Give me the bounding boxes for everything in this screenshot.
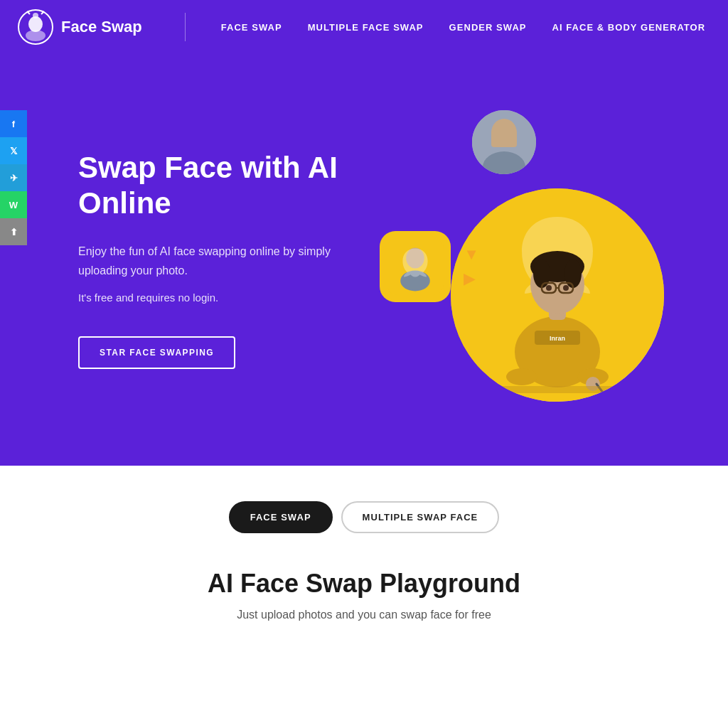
section-title: AI Face Swap Playground — [14, 569, 714, 599]
hero-left: Swap Face with AI Online Enjoy the fun o… — [43, 150, 382, 369]
navbar: Face Swap FACE SWAP MULTIPLE FACE SWAP G… — [0, 0, 728, 53]
nav-links: FACE SWAP MULTIPLE FACE SWAP GENDER SWAP… — [221, 21, 705, 33]
arrow-down-icon: ▼ — [464, 245, 479, 264]
hero-description: Enjoy the fun of AI face swapping online… — [78, 242, 348, 280]
bottom-section: FACE SWAP MULTIPLE SWAP FACE AI Face Swa… — [0, 466, 728, 664]
hero-section: f 𝕏 ✈ W ⬆ Swap Face with AI Online Enjoy… — [0, 53, 728, 466]
logo-icon — [17, 9, 54, 46]
logo[interactable]: Face Swap — [17, 9, 142, 46]
svg-point-23 — [546, 285, 552, 291]
social-sidebar: f 𝕏 ✈ W ⬆ — [0, 110, 27, 245]
svg-point-25 — [506, 368, 537, 385]
generic-share[interactable]: ⬆ — [0, 218, 27, 245]
nav-divider — [185, 13, 186, 41]
tab-face-swap[interactable]: FACE SWAP — [229, 501, 333, 533]
svg-point-24 — [563, 285, 569, 291]
nav-gender-swap[interactable]: GENDER SWAP — [449, 22, 527, 33]
hero-arrows: ▼ ▶ — [464, 245, 479, 288]
start-face-swapping-button[interactable]: STAR FACE SWAPPING — [78, 336, 235, 369]
main-person-illustration: Inran — [451, 188, 664, 402]
svg-text:Inran: Inran — [550, 335, 565, 342]
facebook-share[interactable]: f — [0, 110, 27, 137]
svg-point-1 — [28, 16, 43, 32]
hero-title: Swap Face with AI Online — [78, 150, 382, 222]
section-subtitle: Just upload photos and you can swap face… — [14, 609, 714, 621]
hero-right: ▼ ▶ — [382, 89, 685, 430]
telegram-share[interactable]: ✈ — [0, 164, 27, 191]
svg-point-2 — [26, 30, 46, 41]
whatsapp-share[interactable]: W — [0, 191, 27, 218]
svg-rect-9 — [491, 130, 517, 147]
hero-main-image: Inran — [451, 188, 664, 402]
tab-bar: FACE SWAP MULTIPLE SWAP FACE — [14, 501, 714, 533]
svg-rect-31 — [493, 386, 621, 393]
nav-ai-face-body[interactable]: AI FACE & BODY GENERATOR — [552, 22, 706, 33]
nav-multiple-face-swap[interactable]: MULTIPLE FACE SWAP — [308, 22, 424, 33]
hero-snap-small-card — [380, 231, 451, 302]
nav-face-swap[interactable]: FACE SWAP — [221, 22, 282, 33]
tab-multiple-swap-face[interactable]: MULTIPLE SWAP FACE — [341, 501, 500, 533]
logo-text: Face Swap — [61, 18, 142, 36]
svg-point-3 — [33, 13, 38, 18]
snap-ghost-small — [387, 238, 444, 295]
hero-free-text: It's free and requires no login. — [78, 291, 382, 304]
face-silhouette-small — [472, 110, 536, 174]
hero-face-circle — [472, 110, 536, 174]
arrow-right-icon: ▶ — [464, 269, 479, 288]
twitter-share[interactable]: 𝕏 — [0, 137, 27, 164]
